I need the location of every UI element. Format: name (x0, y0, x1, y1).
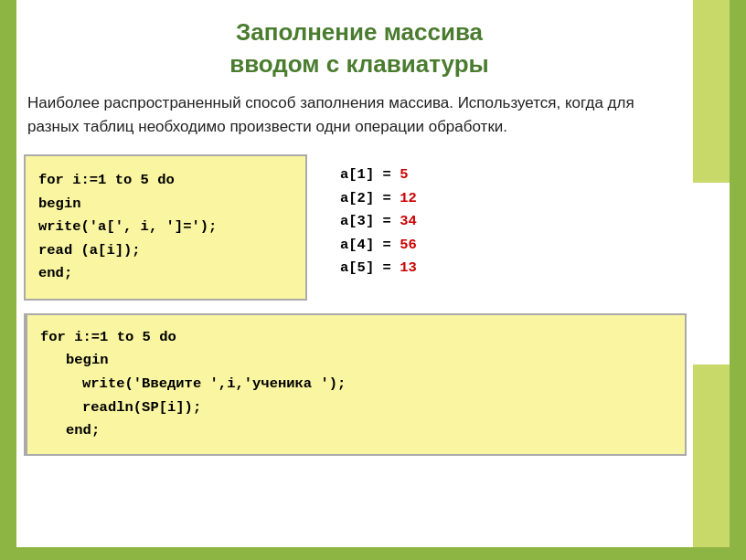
slide: Заполнение массива вводом с клавиатуры Н… (0, 0, 746, 560)
code-row: for i:=1 to 5 do begin write('a[', i, ']… (24, 154, 687, 301)
title-line1: Заполнение массива (236, 18, 483, 46)
description-text: Наиболее распространенный способ заполне… (24, 91, 687, 138)
right-bar (730, 0, 746, 560)
value-row-4: a[4] = 56 (340, 234, 677, 258)
title-line2: вводом с клавиатуры (229, 50, 489, 78)
accent-top-right (693, 0, 730, 183)
accent-bottom-right (693, 365, 730, 547)
code-block-right: a[1] = 5 a[2] = 12 a[3] = 34 a[4] = 56 a… (322, 154, 687, 301)
value-row-2: a[2] = 12 (340, 187, 677, 211)
code-block-left: for i:=1 to 5 do begin write('a[', i, ']… (24, 154, 307, 301)
value-row-1: a[1] = 5 (340, 164, 677, 187)
code-bottom-line2: begin (40, 349, 670, 373)
slide-title: Заполнение массива вводом с клавиатуры (44, 16, 675, 80)
value-row-5: a[5] = 13 (340, 257, 677, 280)
code-block-bottom: for i:=1 to 5 do begin write('Введите ',… (24, 313, 687, 456)
left-bar (0, 0, 16, 560)
code-left-line2: begin (38, 195, 81, 212)
code-left-line1: for i:=1 to 5 do (38, 172, 175, 188)
code-bottom-line3: write('Введите ',i,'ученика '); (40, 373, 670, 396)
bottom-bar (0, 547, 746, 560)
code-left-line5: end; (38, 265, 72, 281)
code-bottom-line1: for i:=1 to 5 do (40, 329, 176, 345)
code-bottom-line5: end; (40, 419, 670, 443)
content-area: Наиболее распространенный способ заполне… (24, 91, 687, 544)
code-left-line4: read (a[i]); (38, 242, 141, 259)
title-area: Заполнение массива вводом с клавиатуры (16, 0, 693, 91)
value-row-3: a[3] = 34 (340, 210, 677, 234)
code-bottom-line4: readln(SP[i]); (40, 396, 670, 420)
code-left-line3: write('a[', i, ']='); (38, 218, 217, 235)
